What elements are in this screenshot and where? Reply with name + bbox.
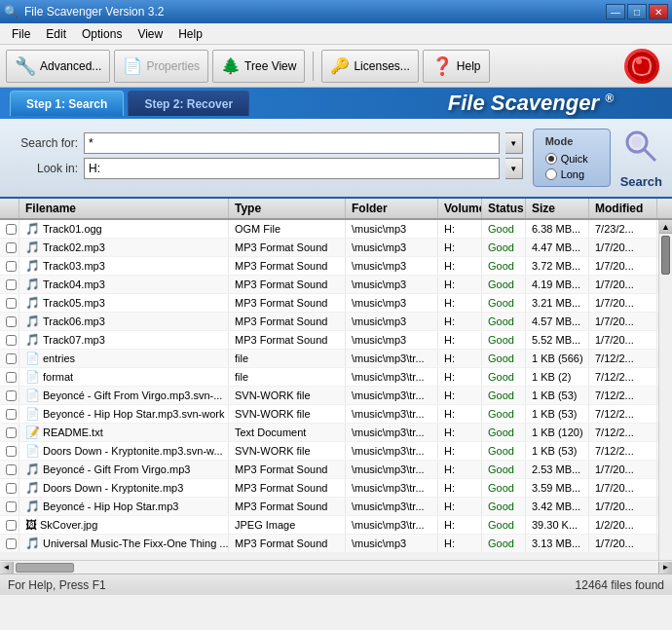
row-check[interactable] — [0, 313, 19, 330]
horizontal-scrollbar[interactable]: ◄ ► — [0, 560, 672, 574]
quick-mode-row[interactable]: Quick — [545, 153, 598, 165]
quick-mode-radio[interactable] — [545, 153, 557, 165]
table-row[interactable]: 🖼 SkCover.jpg JPEG Image \music\mp3\tr..… — [0, 516, 658, 535]
row-check[interactable] — [0, 220, 19, 238]
table-row[interactable]: 📄 Beyoncé - Hip Hop Star.mp3.svn-work SV… — [0, 405, 658, 424]
menu-view[interactable]: View — [130, 25, 170, 43]
row-checkbox[interactable] — [6, 464, 17, 475]
row-checkbox[interactable] — [6, 390, 17, 401]
table-row[interactable]: 🎵 Track04.mp3 MP3 Format Sound \music\mp… — [0, 276, 658, 294]
close-button[interactable]: ✕ — [649, 4, 668, 19]
row-checkbox[interactable] — [6, 335, 17, 346]
long-mode-row[interactable]: Long — [545, 168, 598, 180]
row-check[interactable] — [0, 368, 19, 386]
row-check[interactable] — [0, 516, 19, 534]
menu-options[interactable]: Options — [74, 25, 130, 43]
row-check[interactable] — [0, 424, 19, 441]
row-checkbox[interactable] — [6, 298, 17, 309]
table-row[interactable]: 🎵 Track01.ogg OGM File \music\mp3 H: Goo… — [0, 220, 658, 239]
header-status[interactable]: Status — [482, 199, 526, 218]
licenses-button[interactable]: 🔑 Licenses... — [321, 50, 418, 83]
row-check[interactable] — [0, 257, 19, 275]
row-check[interactable] — [0, 387, 19, 404]
row-check[interactable] — [0, 442, 19, 460]
row-check[interactable] — [0, 479, 19, 497]
row-checkbox[interactable] — [6, 446, 17, 457]
row-checkbox[interactable] — [6, 427, 17, 438]
step1-tab[interactable]: Step 1: Search — [10, 91, 124, 116]
table-row[interactable]: 🎵 Beyoncé - Hip Hop Star.mp3 MP3 Format … — [0, 498, 658, 516]
table-row[interactable]: 📄 entries file \music\mp3\tr... H: Good … — [0, 350, 658, 368]
title-buttons[interactable]: — □ ✕ — [606, 4, 668, 19]
table-row[interactable]: 🎵 Track06.mp3 MP3 Format Sound \music\mp… — [0, 313, 658, 331]
search-for-dropdown[interactable]: ▼ — [505, 132, 523, 154]
advanced-button[interactable]: 🔧 Advanced... — [6, 50, 110, 83]
search-button-wrap[interactable]: Search — [620, 127, 662, 189]
row-status: Good — [482, 276, 526, 293]
table-row[interactable]: 🎵 Track05.mp3 MP3 Format Sound \music\mp… — [0, 294, 658, 313]
table-row[interactable]: 🎵 Track02.mp3 MP3 Format Sound \music\mp… — [0, 239, 658, 257]
row-check[interactable] — [0, 276, 19, 293]
search-for-input[interactable] — [84, 132, 500, 154]
row-folder: \music\mp3\tr... — [346, 461, 438, 478]
row-check[interactable] — [0, 405, 19, 423]
menu-file[interactable]: File — [4, 25, 38, 43]
row-volume: H: — [438, 424, 482, 441]
look-in-dropdown[interactable]: ▼ — [505, 158, 523, 179]
menu-help[interactable]: Help — [170, 25, 210, 43]
table-row[interactable]: 🎵 Track03.mp3 MP3 Format Sound \music\mp… — [0, 257, 658, 276]
header-size[interactable]: Size — [526, 199, 589, 218]
row-status: Good — [482, 442, 526, 460]
row-checkbox[interactable] — [6, 261, 17, 272]
row-volume: H: — [438, 350, 482, 367]
table-row[interactable]: 🎵 Universal Music-The Fixx-One Thing ...… — [0, 535, 658, 553]
row-checkbox[interactable] — [6, 483, 17, 494]
table-row[interactable]: 📄 Beyoncé - Gift From Virgo.mp3.svn-... … — [0, 387, 658, 405]
row-check[interactable] — [0, 498, 19, 515]
row-checkbox[interactable] — [6, 409, 17, 420]
long-mode-radio[interactable] — [545, 168, 557, 180]
row-checkbox[interactable] — [6, 353, 17, 364]
row-checkbox[interactable] — [6, 279, 17, 290]
row-check[interactable] — [0, 331, 19, 349]
row-checkbox[interactable] — [6, 372, 17, 383]
table-row[interactable]: 🎵 Beyoncé - Gift From Virgo.mp3 MP3 Form… — [0, 461, 658, 479]
header-filename[interactable]: Filename — [19, 199, 229, 218]
treeview-button[interactable]: 🌲 Tree View — [212, 50, 305, 83]
search-button-label[interactable]: Search — [620, 174, 662, 189]
row-type: Text Document — [229, 424, 346, 441]
minimize-button[interactable]: — — [606, 4, 625, 19]
row-check[interactable] — [0, 461, 19, 478]
header-check[interactable] — [0, 199, 19, 218]
table-row[interactable]: 📄 Doors Down - Kryptonite.mp3.svn-w... S… — [0, 442, 658, 461]
row-modified: 7/12/2... — [589, 424, 657, 441]
header-volume[interactable]: Volume — [438, 199, 482, 218]
table-row[interactable]: 📄 format file \music\mp3\tr... H: Good 1… — [0, 368, 658, 387]
table-row[interactable]: 🎵 Doors Down - Kryptonite.mp3 MP3 Format… — [0, 479, 658, 498]
row-checkbox[interactable] — [6, 224, 17, 235]
row-checkbox[interactable] — [6, 501, 17, 512]
h-scroll-thumb[interactable] — [16, 563, 74, 573]
vertical-scrollbar[interactable]: ▲ — [658, 220, 672, 560]
row-check[interactable] — [0, 535, 19, 552]
look-in-input[interactable] — [84, 158, 500, 179]
row-filename: 🎵 Track05.mp3 — [19, 294, 229, 312]
row-check[interactable] — [0, 350, 19, 367]
maximize-button[interactable]: □ — [627, 4, 647, 19]
row-checkbox[interactable] — [6, 538, 17, 549]
properties-button[interactable]: 📄 Properties — [114, 50, 208, 83]
row-checkbox[interactable] — [6, 242, 17, 253]
row-check[interactable] — [0, 294, 19, 312]
row-status: Good — [482, 331, 526, 349]
row-checkbox[interactable] — [6, 316, 17, 327]
table-row[interactable]: 🎵 Track07.mp3 MP3 Format Sound \music\mp… — [0, 331, 658, 350]
help-button[interactable]: ❓ Help — [423, 50, 490, 83]
header-folder[interactable]: Folder — [346, 199, 438, 218]
row-check[interactable] — [0, 239, 19, 256]
step2-tab[interactable]: Step 2: Recover — [128, 91, 249, 116]
header-modified[interactable]: Modified — [589, 199, 657, 218]
menu-edit[interactable]: Edit — [38, 25, 74, 43]
table-row[interactable]: 📝 README.txt Text Document \music\mp3\tr… — [0, 424, 658, 442]
row-checkbox[interactable] — [6, 520, 17, 531]
header-type[interactable]: Type — [229, 199, 346, 218]
